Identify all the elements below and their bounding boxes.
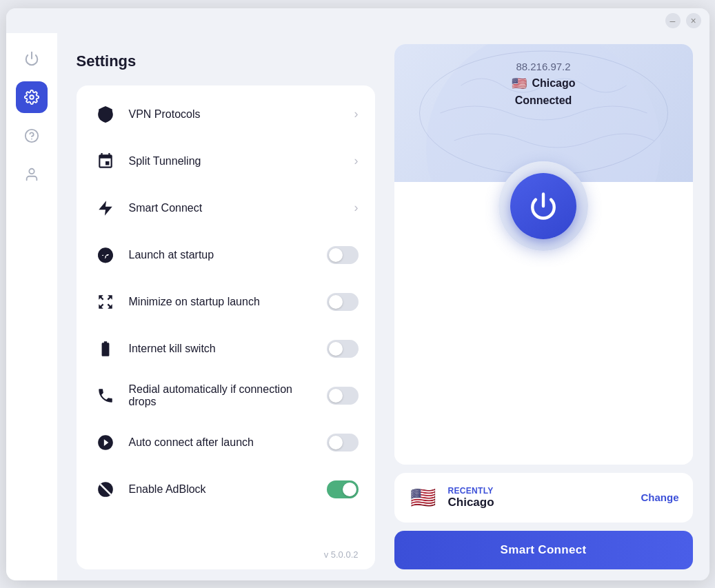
power-button-wrapper bbox=[499, 161, 588, 251]
connection-info: 88.216.97.2 🇺🇸 Chicago Connected bbox=[511, 61, 575, 107]
smart-connect-chevron: › bbox=[354, 201, 359, 215]
vpn-protocols-chevron: › bbox=[354, 107, 359, 121]
minimize-startup-row: Minimize on startup launch bbox=[77, 278, 375, 325]
sidebar bbox=[6, 33, 57, 580]
auto-connect-icon bbox=[93, 430, 118, 455]
redial-toggle[interactable] bbox=[327, 387, 359, 405]
vpn-protocols-row[interactable]: VPN Protocols › bbox=[77, 91, 375, 138]
recently-flag: 🇺🇸 bbox=[408, 483, 439, 513]
smart-connect-button[interactable]: Smart Connect bbox=[394, 531, 693, 569]
redial-label: Redial automatically if connection drops bbox=[129, 383, 316, 408]
minimize-startup-label: Minimize on startup launch bbox=[129, 296, 316, 308]
split-tunneling-label: Split Tunneling bbox=[129, 155, 343, 168]
ip-address: 88.216.97.2 bbox=[511, 61, 575, 72]
title-bar: – × bbox=[6, 8, 709, 33]
connection-card-bottom bbox=[394, 251, 693, 465]
smart-connect-row[interactable]: Smart Connect › bbox=[77, 185, 375, 232]
settings-panel: Settings VPN Protocols › Split Tunneling bbox=[57, 33, 394, 580]
sidebar-item-power[interactable] bbox=[16, 43, 48, 74]
minimize-button[interactable]: – bbox=[665, 13, 681, 28]
adblock-row: Enable AdBlock bbox=[77, 466, 375, 513]
app-window: – × Settings bbox=[6, 8, 709, 580]
connection-flag: 🇺🇸 bbox=[511, 75, 527, 92]
recently-info: Recently Chicago bbox=[448, 486, 632, 509]
auto-connect-toggle[interactable] bbox=[327, 434, 359, 452]
redial-row: Redial automatically if connection drops bbox=[77, 372, 375, 419]
launch-startup-icon bbox=[93, 243, 118, 267]
adblock-label: Enable AdBlock bbox=[129, 483, 316, 496]
sidebar-item-help[interactable] bbox=[16, 120, 48, 152]
launch-startup-row: Launch at startup bbox=[77, 232, 375, 278]
settings-title: Settings bbox=[77, 52, 375, 70]
minimize-startup-icon bbox=[93, 290, 118, 314]
sidebar-item-settings[interactable] bbox=[16, 81, 48, 113]
redial-icon bbox=[93, 383, 118, 408]
connection-city: Chicago bbox=[532, 77, 575, 90]
right-panel: 88.216.97.2 🇺🇸 Chicago Connected bbox=[394, 33, 709, 580]
split-tunneling-chevron: › bbox=[354, 154, 359, 168]
recently-row: 🇺🇸 Recently Chicago Change bbox=[394, 473, 693, 523]
recently-city: Chicago bbox=[448, 496, 632, 509]
sidebar-item-profile[interactable] bbox=[16, 159, 48, 190]
vpn-protocols-label: VPN Protocols bbox=[129, 108, 343, 121]
auto-connect-label: Auto connect after launch bbox=[129, 436, 316, 449]
split-tunneling-row[interactable]: Split Tunneling › bbox=[77, 138, 375, 185]
minimize-startup-toggle[interactable] bbox=[327, 293, 359, 311]
close-button[interactable]: × bbox=[686, 13, 701, 28]
power-button[interactable] bbox=[510, 173, 576, 239]
adblock-icon bbox=[93, 477, 118, 502]
svg-point-1 bbox=[30, 95, 34, 99]
split-tunneling-icon bbox=[93, 149, 118, 174]
location-row: 🇺🇸 Chicago bbox=[511, 75, 575, 92]
kill-switch-toggle[interactable] bbox=[327, 340, 359, 358]
power-icon bbox=[529, 192, 558, 221]
kill-switch-icon bbox=[93, 336, 118, 361]
version-label: v 5.0.0.2 bbox=[324, 549, 359, 560]
power-button-outer bbox=[499, 161, 588, 251]
launch-startup-label: Launch at startup bbox=[129, 249, 316, 261]
auto-connect-row: Auto connect after launch bbox=[77, 419, 375, 466]
launch-startup-toggle[interactable] bbox=[327, 246, 359, 264]
connection-status: Connected bbox=[511, 94, 575, 107]
recently-label: Recently bbox=[448, 486, 632, 496]
vpn-protocols-icon bbox=[93, 102, 118, 127]
connection-card: 88.216.97.2 🇺🇸 Chicago Connected bbox=[394, 44, 693, 465]
smart-connect-label: Smart Connect bbox=[129, 202, 343, 214]
kill-switch-label: Internet kill switch bbox=[129, 343, 316, 355]
change-button[interactable]: Change bbox=[641, 491, 678, 503]
adblock-toggle[interactable] bbox=[327, 480, 359, 498]
svg-marker-5 bbox=[99, 201, 112, 216]
main-content: Settings VPN Protocols › Split Tunneling bbox=[6, 33, 709, 580]
kill-switch-row: Internet kill switch bbox=[77, 325, 375, 372]
smart-connect-icon bbox=[93, 196, 118, 221]
settings-card: VPN Protocols › Split Tunneling › Sm bbox=[77, 85, 375, 569]
svg-point-4 bbox=[29, 168, 34, 173]
